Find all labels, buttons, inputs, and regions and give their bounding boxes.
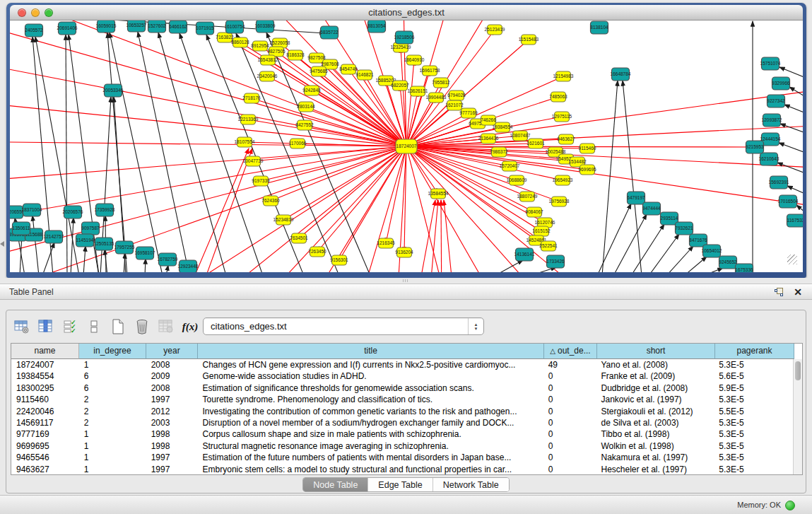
graph-node[interactable]: 2718176	[242, 93, 261, 103]
graph-node[interactable]: 19904483	[426, 93, 447, 103]
graph-node[interactable]: 18371004	[22, 204, 42, 216]
graph-node[interactable]: 7932621	[675, 222, 693, 235]
table-row[interactable]: 1830029562008Estimation of significance …	[11, 382, 793, 394]
graph-node[interactable]: 6479197	[627, 192, 645, 204]
table-settings-icon[interactable]	[12, 317, 32, 337]
graph-node[interactable]: 2803144	[297, 102, 315, 112]
graph-node[interactable]: 9136204	[395, 247, 413, 257]
graph-node[interactable]: 9215953	[746, 141, 764, 153]
graph-node[interactable]: 10688609	[507, 175, 527, 185]
graph-node[interactable]: 8912954	[251, 41, 269, 51]
graph-node[interactable]: 16958107	[135, 247, 155, 259]
graph-node[interactable]: 12975115	[552, 112, 572, 122]
column-header-pagerank[interactable]: pagerank	[715, 344, 794, 359]
graph-node[interactable]: 25123419	[485, 25, 505, 35]
graph-node[interactable]: 1170066	[289, 139, 307, 148]
function-builder-icon[interactable]: f(x)	[180, 317, 200, 337]
graph-node[interactable]: 9329966	[772, 77, 790, 90]
graph-node[interactable]: 15720407	[500, 161, 520, 171]
graph-node[interactable]: 16059015	[96, 21, 117, 33]
graph-node[interactable]: 19654923	[553, 175, 573, 185]
graph-node[interactable]: 9197339	[252, 176, 270, 186]
graph-node[interactable]: 1167533	[787, 214, 804, 227]
graph-node[interactable]: 9227342	[767, 95, 785, 107]
graph-node[interactable]: 9156301	[330, 255, 348, 265]
graph-node[interactable]: 1216345	[377, 238, 395, 248]
table-selector-combo[interactable]: citations_edges.txt ▲▼	[203, 317, 484, 335]
column-header-year[interactable]: year	[146, 344, 198, 359]
graph-node[interactable]: 16961758	[420, 66, 440, 76]
graph-node[interactable]: 13584554	[428, 189, 449, 199]
network-window-titlebar[interactable]: citations_edges.txt	[10, 5, 803, 21]
table-row[interactable]: 1456911722003Disruption of a novel membe…	[11, 417, 793, 428]
graph-node[interactable]: 16648784	[611, 68, 631, 81]
tab-network-table[interactable]: Network Table	[433, 478, 509, 491]
network-canvas[interactable]: 7163822886012889129542522605898275051654…	[10, 21, 803, 272]
graph-node[interactable]: 12213369	[238, 115, 259, 124]
graph-node[interactable]: 9475685	[310, 66, 328, 76]
graph-node[interactable]: 12923448	[178, 260, 199, 272]
new-table-icon[interactable]	[108, 317, 128, 337]
graph-node[interactable]: 8813054	[367, 21, 386, 33]
graph-node[interactable]: 9699695	[578, 165, 596, 175]
graph-node[interactable]: 15692391	[769, 176, 789, 189]
graph-node[interactable]: 2522541	[539, 241, 558, 251]
graph-node[interactable]: 8454749	[339, 64, 358, 74]
graph-node[interactable]: 17016504	[778, 195, 799, 208]
graph-node[interactable]: 14136141	[514, 248, 535, 261]
graph-node[interactable]: 16033809	[255, 21, 276, 33]
graph-node[interactable]: 1350611	[13, 222, 30, 235]
graph-node[interactable]: 7624360	[261, 196, 280, 206]
graph-node[interactable]: 19756928	[549, 197, 570, 206]
table-row[interactable]: 946362711997Embryonic stem cells: a mode…	[11, 464, 793, 474]
graph-node[interactable]: 12093872	[762, 114, 782, 127]
column-header-short[interactable]: short	[597, 344, 715, 359]
citation-network-graph[interactable]: 7163822886012889129542522605898275051654…	[10, 21, 803, 272]
graph-node[interactable]: 9777169	[459, 108, 478, 118]
graph-node[interactable]: 1615152	[532, 226, 551, 236]
scrollbar-thumb[interactable]	[795, 361, 801, 380]
graph-node[interactable]: 1675336	[735, 264, 753, 272]
graph-node[interactable]: 10047739	[243, 156, 264, 166]
graph-node[interactable]: 7986372	[490, 147, 508, 157]
graph-node[interactable]: 21364436	[478, 134, 499, 144]
graph-node[interactable]: 15234819	[273, 215, 294, 225]
graph-node[interactable]: 12505135	[94, 238, 114, 250]
graph-node[interactable]: 1621072	[445, 100, 464, 110]
column-header-title[interactable]: title	[198, 344, 544, 359]
graph-hub-node[interactable]: 18724007	[396, 139, 417, 153]
graph-node[interactable]: 15751074	[760, 57, 781, 70]
graph-node[interactable]: 7634501	[290, 233, 308, 243]
table-vertical-scrollbar[interactable]	[793, 359, 802, 474]
graph-node[interactable]: 10807487	[510, 131, 531, 141]
graph-node[interactable]: 1527602	[148, 21, 166, 33]
graph-node[interactable]: 20053346	[103, 84, 124, 97]
import-table-icon[interactable]	[156, 317, 176, 337]
table-row[interactable]: 911546021997Tourette syndrome. Phenomeno…	[11, 394, 793, 405]
graph-node[interactable]: 10654012	[702, 245, 722, 257]
delete-table-icon[interactable]	[132, 317, 152, 337]
graph-node[interactable]: 9242848	[302, 86, 321, 95]
graph-node[interactable]: 6835722	[320, 26, 339, 39]
graph-node[interactable]: 12142757	[44, 230, 64, 243]
graph-node[interactable]: 6822057	[391, 81, 409, 90]
table-row[interactable]: 969969511998Structural magnetic resonanc…	[11, 440, 793, 452]
canvas-resize-grip[interactable]	[787, 255, 797, 264]
graph-node[interactable]: 16543812	[258, 55, 278, 65]
graph-node[interactable]: 8186328	[286, 50, 305, 60]
graph-node[interactable]: 18640910	[404, 55, 425, 65]
graph-node[interactable]: 2405572	[25, 24, 43, 37]
table-row[interactable]: 2242004622012Investigating the contribut…	[11, 406, 793, 417]
graph-node[interactable]: 12154983	[553, 71, 574, 81]
select-columns-icon[interactable]	[36, 317, 56, 337]
graph-node[interactable]: 1071915	[196, 22, 214, 35]
column-header-out_de[interactable]: △out_de...	[544, 344, 597, 359]
graph-node[interactable]: 18807249	[517, 192, 538, 201]
graph-node[interactable]: 19384554	[493, 122, 513, 132]
graph-node[interactable]: 7263450	[308, 247, 326, 257]
table-row[interactable]: 977716911998Corpus callosum shape and si…	[11, 428, 793, 440]
float-panel-icon[interactable]	[775, 288, 784, 297]
graph-node[interactable]: 9463627	[557, 134, 575, 144]
graph-node[interactable]: 9115460	[579, 144, 596, 153]
graph-node[interactable]: 20206576	[63, 206, 83, 218]
